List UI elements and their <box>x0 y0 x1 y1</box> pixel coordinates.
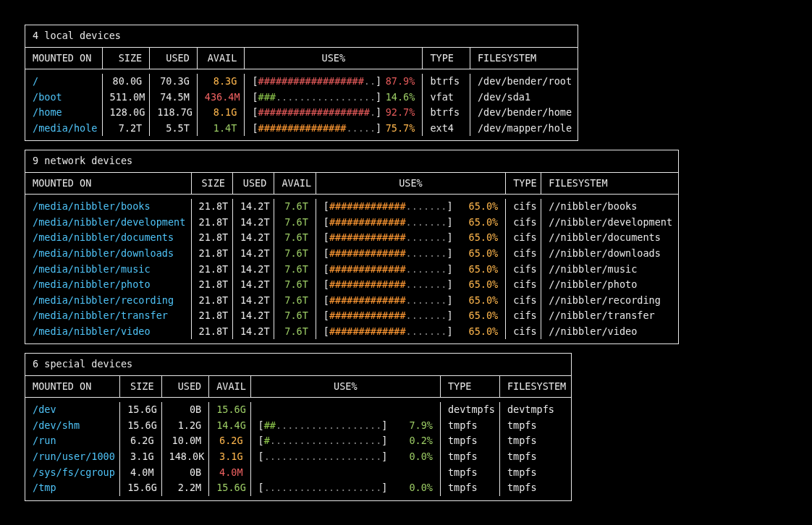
cell-used: 1.2G <box>162 418 210 434</box>
table-header: MOUNTED ONSIZEUSEDAVAILUSE%TYPEFILESYSTE… <box>25 48 578 70</box>
cell-avail: 4.0M <box>209 465 250 481</box>
cell-type: btrfs <box>423 74 470 90</box>
col-header-type: TYPE <box>506 173 541 195</box>
cell-filesystem: /dev/sda1 <box>470 90 578 106</box>
cell-mounted-on: /home <box>25 105 103 121</box>
cell-size: 21.8T <box>192 324 233 340</box>
cell-use-pct: [#############.......]65.0% <box>316 324 506 340</box>
cell-used: 14.2T <box>233 277 274 293</box>
cell-type: tmpfs <box>441 418 500 434</box>
cell-used: 0B <box>162 465 210 481</box>
col-header-used: USED <box>150 48 198 69</box>
usage-pct: 65.0% <box>453 278 499 291</box>
section-title: 9 network devices <box>25 150 678 173</box>
table-header: MOUNTED ONSIZEUSEDAVAILUSE%TYPEFILESYSTE… <box>25 173 678 195</box>
cell-use-pct: [....................]0.0% <box>251 480 441 496</box>
cell-filesystem: //nibbler/documents <box>541 230 678 246</box>
cell-mounted-on: /media/nibbler/downloads <box>25 246 192 262</box>
cell-use-pct: [#############.......]65.0% <box>316 293 506 309</box>
cell-used: 14.2T <box>233 324 274 340</box>
cell-avail: 7.6T <box>274 324 316 340</box>
usage-pct: 65.0% <box>453 294 499 307</box>
usage-bar: [#############.......] <box>323 310 453 323</box>
cell-type: tmpfs <box>441 465 500 481</box>
cell-filesystem: /dev/bender/home <box>470 105 578 121</box>
table-header: MOUNTED ONSIZEUSEDAVAILUSE%TYPEFILESYSTE… <box>25 376 571 398</box>
cell-used: 0B <box>162 402 210 418</box>
usage-bar: [###.................] <box>252 91 381 104</box>
cell-used: 10.0M <box>162 433 210 449</box>
cell-use-pct: [#############.......]65.0% <box>316 230 506 246</box>
cell-use-pct: [....................]0.0% <box>251 449 441 465</box>
cell-avail: 7.6T <box>274 230 316 246</box>
cell-size: 21.8T <box>192 293 233 309</box>
col-header-used: USED <box>162 376 210 398</box>
table-row: /home128.0G118.7G8.1G[##################… <box>25 105 578 121</box>
col-header-mounted_on: MOUNTED ON <box>25 376 120 398</box>
cell-used: 2.2M <box>162 480 210 496</box>
usage-pct: 65.0% <box>453 200 499 213</box>
cell-type: vfat <box>423 90 470 106</box>
cell-avail: 15.6G <box>209 402 250 418</box>
cell-filesystem: //nibbler/transfer <box>541 308 678 324</box>
usage-bar: [###############.....] <box>252 122 381 135</box>
cell-use-pct <box>251 402 441 418</box>
cell-mounted-on: /media/nibbler/music <box>25 262 192 278</box>
col-header-size: SIZE <box>120 376 161 398</box>
device-section: 4 local devicesMOUNTED ONSIZEUSEDAVAILUS… <box>25 25 578 141</box>
cell-filesystem: tmpfs <box>500 433 571 449</box>
cell-used: 118.7G <box>150 105 198 121</box>
cell-type: tmpfs <box>441 433 500 449</box>
cell-avail: 7.6T <box>274 277 316 293</box>
cell-use-pct <box>251 465 441 481</box>
usage-bar: [##..................] <box>258 419 388 432</box>
cell-mounted-on: /boot <box>25 90 103 106</box>
cell-avail: 7.6T <box>274 293 316 309</box>
cell-type: cifs <box>506 262 541 278</box>
cell-mounted-on: /dev <box>25 402 120 418</box>
cell-size: 21.8T <box>192 277 233 293</box>
usage-bar: [#############.......] <box>323 278 453 291</box>
col-header-filesystem: FILESYSTEM <box>500 376 571 398</box>
device-section: 9 network devicesMOUNTED ONSIZEUSEDAVAIL… <box>25 150 679 344</box>
cell-avail: 8.1G <box>198 105 245 121</box>
cell-used: 14.2T <box>233 262 274 278</box>
usage-pct: 65.0% <box>453 263 499 276</box>
cell-avail: 14.4G <box>209 418 250 434</box>
col-header-use_pct: USE% <box>251 376 441 398</box>
cell-used: 14.2T <box>233 293 274 309</box>
usage-pct: 65.0% <box>453 325 499 338</box>
table-body: /media/nibbler/books21.8T14.2T7.6T[#####… <box>25 195 678 343</box>
cell-filesystem: //nibbler/development <box>541 215 678 231</box>
cell-used: 148.0K <box>162 449 210 465</box>
table-row: /media/nibbler/development21.8T14.2T7.6T… <box>25 215 678 231</box>
table-row: /80.0G70.3G8.3G[##################..]87.… <box>25 74 578 90</box>
table-row: /media/nibbler/books21.8T14.2T7.6T[#####… <box>25 199 678 215</box>
col-header-avail: AVAIL <box>198 48 245 69</box>
col-header-mounted_on: MOUNTED ON <box>25 173 192 195</box>
cell-use-pct: [###.................]14.6% <box>245 90 423 106</box>
usage-bar: [#############.......] <box>323 294 453 307</box>
cell-mounted-on: /run/user/1000 <box>25 449 120 465</box>
cell-avail: 7.6T <box>274 246 316 262</box>
cell-used: 14.2T <box>233 246 274 262</box>
table-row: /sys/fs/cgroup4.0M0B4.0Mtmpfstmpfs <box>25 465 571 481</box>
cell-mounted-on: /media/hole <box>25 121 103 137</box>
cell-use-pct: [##################..]87.9% <box>245 74 423 90</box>
cell-type: btrfs <box>423 105 470 121</box>
cell-mounted-on: /media/nibbler/video <box>25 324 192 340</box>
usage-bar: [#############.......] <box>323 216 453 229</box>
cell-avail: 3.1G <box>209 449 250 465</box>
cell-size: 21.8T <box>192 199 233 215</box>
cell-filesystem: /dev/bender/root <box>470 74 578 90</box>
cell-type: cifs <box>506 308 541 324</box>
cell-type: cifs <box>506 230 541 246</box>
usage-bar: [#############.......] <box>323 247 453 260</box>
cell-type: devtmpfs <box>441 402 500 418</box>
table-row: /dev/shm15.6G1.2G14.4G[##...............… <box>25 418 571 434</box>
table-row: /run6.2G10.0M6.2G[#...................]0… <box>25 433 571 449</box>
cell-mounted-on: /sys/fs/cgroup <box>25 465 120 481</box>
col-header-avail: AVAIL <box>209 376 250 398</box>
cell-used: 74.5M <box>150 90 198 106</box>
table-row: /media/nibbler/transfer21.8T14.2T7.6T[##… <box>25 308 678 324</box>
